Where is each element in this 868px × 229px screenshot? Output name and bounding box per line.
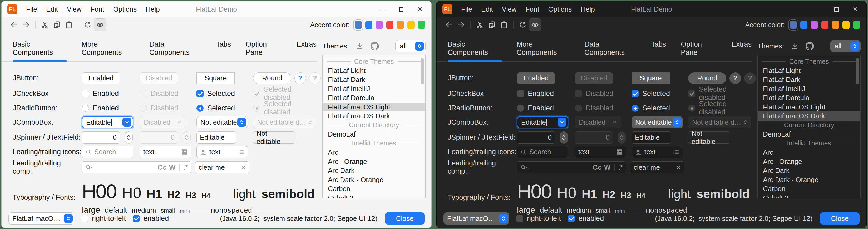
regex-toggle[interactable]: .* [618, 163, 623, 172]
github-button[interactable] [371, 42, 379, 50]
accent-swatch-yellow[interactable] [407, 21, 414, 29]
theme-item[interactable]: FlatLaf Darcula [322, 93, 425, 103]
combobox-editable[interactable]: Editable [517, 116, 568, 128]
close-button[interactable]: Close [385, 212, 425, 225]
right-to-left-checkbox[interactable]: right-to-left [81, 214, 126, 223]
combobox-not-editable[interactable]: Not editable [196, 116, 248, 128]
combobox-updown-button[interactable] [64, 214, 73, 223]
list-icon[interactable] [238, 149, 244, 155]
theme-item[interactable]: DemoLaf [322, 130, 425, 139]
theme-item[interactable]: DemoLaf [758, 130, 860, 139]
forward-button[interactable] [455, 19, 467, 31]
theme-item[interactable]: FlatLaf Dark [322, 75, 425, 84]
enabled-button[interactable]: Enabled [517, 73, 555, 84]
laf-combobox[interactable]: FlatLaf macOS D… [443, 212, 509, 225]
round-button[interactable]: Round [688, 73, 726, 84]
search-input[interactable]: Search [82, 146, 133, 158]
menu-view[interactable]: View [497, 5, 521, 13]
scrollbar-thumb[interactable] [421, 58, 424, 84]
radio-enabled[interactable]: Enabled [517, 104, 554, 112]
theme-item[interactable]: Carbon [758, 184, 860, 194]
theme-item[interactable]: FlatLaf macOS Dark [322, 112, 425, 121]
checkbox-selected[interactable]: Selected [631, 90, 670, 98]
combobox-not-editable[interactable]: Not editable [631, 116, 683, 128]
back-button[interactable] [443, 19, 455, 31]
theme-item[interactable]: Arc Dark - Orange [758, 175, 860, 184]
date-input[interactable]: text [140, 146, 191, 158]
accent-swatch-red[interactable] [822, 21, 829, 29]
menu-edit[interactable]: Edit [41, 5, 62, 13]
theme-item[interactable]: FlatLaf Darcula [758, 93, 860, 103]
spinner-field[interactable]: 0 [517, 132, 555, 144]
tab-basic-components[interactable]: Basic Components [13, 40, 67, 61]
user-input[interactable]: text [196, 146, 248, 158]
accent-swatch-green[interactable] [418, 21, 425, 29]
accent-swatch-yellow[interactable] [842, 21, 849, 29]
combobox-arrow-button[interactable] [122, 118, 131, 127]
menu-options[interactable]: Options [544, 5, 577, 13]
date-input[interactable]: text [575, 146, 626, 158]
combobox-updown-button[interactable] [237, 118, 246, 127]
combobox-arrow-button[interactable] [558, 118, 566, 127]
download-themes-button[interactable] [791, 42, 799, 50]
menu-view[interactable]: View [62, 5, 86, 13]
search-with-dropdown-icon[interactable] [85, 164, 93, 171]
combobox-editable[interactable]: Editable [82, 116, 133, 128]
accent-swatch-blue[interactable] [365, 21, 372, 29]
accent-swatch-green[interactable] [853, 21, 860, 29]
paste-button[interactable] [498, 19, 510, 31]
combobox-updown-button[interactable] [673, 118, 682, 127]
combobox-updown-button[interactable] [415, 41, 424, 51]
menu-file[interactable]: File [457, 5, 477, 13]
enabled-button[interactable]: Enabled [82, 73, 120, 84]
theme-item[interactable]: Arc Dark - Orange [322, 175, 425, 184]
laf-combobox[interactable]: FlatLaf macOS Li… [8, 212, 74, 225]
round-button[interactable]: Round [253, 73, 291, 84]
theme-item[interactable]: Carbon [322, 184, 425, 194]
radio-selected[interactable]: Selected [196, 104, 235, 112]
clear-x-icon[interactable]: × [676, 163, 681, 171]
user-input[interactable]: text [631, 146, 683, 158]
menu-font[interactable]: Font [86, 5, 109, 13]
theme-item[interactable]: Arc - Orange [322, 157, 425, 166]
theme-item[interactable]: FlatLaf IntelliJ [758, 84, 860, 93]
checkbox-enabled[interactable]: Enabled [517, 90, 554, 98]
theme-item[interactable]: FlatLaf macOS Light [758, 103, 860, 112]
close-window-button[interactable] [416, 6, 424, 13]
match-case-toggle[interactable]: Cc [158, 163, 166, 172]
theme-item[interactable]: Cobalt 2 [758, 194, 860, 199]
scrollbar-thumb[interactable] [856, 58, 859, 84]
forward-button[interactable] [20, 19, 32, 31]
theme-item[interactable]: Arc Dark [758, 166, 860, 175]
theme-item[interactable]: Arc - Orange [758, 157, 860, 166]
theme-item[interactable]: FlatLaf macOS Dark [758, 112, 860, 121]
search-options-input[interactable]: Cc W .* [82, 161, 191, 173]
accent-swatch-purple[interactable] [376, 21, 383, 29]
editable-text-field[interactable]: Editable [196, 132, 236, 144]
theme-item[interactable]: Cobalt 2 [322, 194, 425, 199]
radio-selected[interactable]: Selected [631, 104, 670, 112]
theme-item[interactable]: FlatLaf Light [758, 66, 860, 75]
tab-data-components[interactable]: Data Components [149, 40, 201, 61]
tab-option-pane[interactable]: Option Pane [246, 40, 281, 61]
themes-filter-combobox[interactable]: all [395, 40, 426, 52]
menu-font[interactable]: Font [521, 5, 544, 13]
github-button[interactable] [806, 42, 814, 50]
theme-item[interactable]: Arc Dark [322, 166, 425, 175]
search-input[interactable]: Search [517, 146, 568, 158]
checkbox-selected[interactable]: Selected [196, 90, 235, 98]
maximize-button[interactable] [833, 6, 840, 13]
download-themes-button[interactable] [356, 42, 364, 50]
right-to-left-checkbox[interactable]: right-to-left [516, 214, 561, 223]
search-options-input[interactable]: Cc W .* [517, 161, 626, 173]
show-hidden-toggle[interactable] [529, 19, 541, 31]
combobox-updown-button[interactable] [850, 41, 859, 51]
copy-button[interactable] [51, 19, 63, 31]
tab-basic-components[interactable]: Basic Components [448, 40, 502, 61]
menu-help[interactable]: Help [576, 5, 599, 13]
tab-tabs[interactable]: Tabs [651, 40, 666, 61]
accent-swatch-default-blue[interactable] [790, 21, 797, 29]
whole-words-toggle[interactable]: W [604, 163, 611, 172]
copy-button[interactable] [486, 19, 498, 31]
square-button[interactable]: Square [196, 73, 235, 84]
